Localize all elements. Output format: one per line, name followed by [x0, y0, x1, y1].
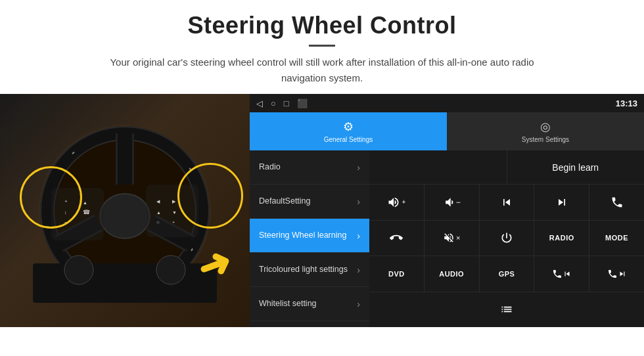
menu-item-radio[interactable]: Radio › [250, 150, 369, 185]
menu-radio-label: Radio [259, 162, 357, 172]
phone-answer-button[interactable] [589, 185, 644, 220]
highlight-circle-right [177, 163, 243, 229]
svg-rect-11 [33, 263, 217, 303]
gps-button[interactable]: GPS [480, 256, 535, 292]
mute-x: × [456, 234, 460, 242]
dvd-button[interactable]: DVD [369, 256, 425, 292]
begin-learn-row: Begin learn [369, 150, 644, 185]
controls-row-2: × RADIO MODE [369, 221, 644, 257]
volume-down-icon [443, 196, 456, 209]
gps-label: GPS [499, 270, 515, 278]
tab-general-label: General Settings [324, 136, 373, 143]
general-settings-icon: ⚙ [343, 120, 354, 134]
chevron-icon: › [357, 162, 360, 173]
menu-item-whitelist[interactable]: Whitelist setting › [250, 287, 369, 321]
vol-down-minus: − [456, 198, 461, 207]
subtitle: Your original car's steering wheel contr… [99, 55, 545, 86]
prev-track-icon [500, 196, 513, 209]
status-bar: ◁ ○ □ ⬛ 13:13 [250, 94, 644, 112]
svg-text:▲: ▲ [83, 200, 87, 205]
begin-learn-button[interactable]: Begin learn [507, 150, 645, 184]
recents-icon[interactable]: □ [284, 99, 289, 108]
controls-grid: + − [369, 185, 644, 327]
back-icon[interactable]: ◁ [256, 99, 263, 108]
phone-icon [610, 196, 624, 209]
controls-row-3: DVD AUDIO GPS [369, 256, 644, 292]
dvd-label: DVD [388, 270, 405, 278]
controls-row-4 [369, 292, 644, 328]
phone-next-button[interactable] [589, 256, 644, 292]
volume-up-button[interactable]: + [369, 185, 425, 220]
audio-button[interactable]: AUDIO [425, 256, 480, 292]
power-button[interactable] [480, 221, 535, 256]
system-settings-icon: ◎ [540, 120, 551, 134]
mute-button[interactable]: × [425, 221, 480, 256]
radio-button[interactable]: RADIO [534, 221, 589, 256]
power-icon [500, 231, 513, 244]
svg-point-12 [64, 256, 93, 284]
android-panel: ◁ ○ □ ⬛ 13:13 ⚙ General Settings ◎ Syste… [250, 94, 644, 327]
status-left: ◁ ○ □ ⬛ [256, 99, 308, 108]
menu-whitelist-label: Whitelist setting [259, 298, 357, 309]
left-menu: Radio › DefaultSetting › Steering Wheel … [250, 150, 369, 327]
mute-icon [443, 232, 455, 244]
svg-point-13 [156, 256, 185, 284]
content-area: + ↕ − ▲ ☎ ◀ ▲ ○ ▶ ▼ + ➜ ◁ ○ □ ⬛ [0, 94, 644, 327]
phone-icon-small-left [552, 269, 563, 279]
tab-system[interactable]: ◎ System Settings [447, 112, 644, 150]
chevron-icon: › [357, 265, 360, 275]
hang-up-icon [390, 231, 403, 244]
chevron-icon: › [357, 299, 360, 309]
svg-point-10 [100, 194, 150, 238]
title-divider [309, 45, 335, 47]
menu-tricoloured-label: Tricoloured light settings [259, 264, 357, 275]
volume-up-icon [387, 196, 400, 209]
volume-down-button[interactable]: − [425, 185, 480, 220]
status-time: 13:13 [616, 99, 637, 108]
right-controls: Begin learn + [369, 150, 644, 327]
menu-item-steering[interactable]: Steering Wheel learning › [250, 219, 369, 253]
tab-general[interactable]: ⚙ General Settings [250, 112, 447, 150]
controls-row-1: + − [369, 185, 644, 221]
mode-label: MODE [605, 234, 628, 242]
next-small-icon [618, 269, 627, 278]
svg-text:▲: ▲ [156, 210, 161, 215]
mode-button[interactable]: MODE [589, 221, 644, 256]
menu-icon[interactable]: ⬛ [297, 99, 308, 108]
highlight-circle-left [20, 166, 82, 229]
menu-controls: Radio › DefaultSetting › Steering Wheel … [250, 150, 644, 327]
tab-system-label: System Settings [522, 136, 569, 143]
audio-label: AUDIO [439, 270, 464, 278]
tab-bar: ⚙ General Settings ◎ System Settings [250, 112, 644, 150]
phone-icon-small-right [607, 269, 618, 279]
steering-wheel-panel: + ↕ − ▲ ☎ ◀ ▲ ○ ▶ ▼ + ➜ [0, 94, 250, 327]
list-button[interactable] [369, 292, 644, 328]
prev-small-icon [563, 269, 572, 278]
radio-label: RADIO [549, 234, 574, 242]
hang-up-button[interactable] [369, 221, 425, 256]
top-section: Steering Wheel Control Your original car… [0, 0, 644, 94]
next-track-icon [555, 196, 568, 209]
next-track-button[interactable] [534, 185, 589, 220]
list-icon [500, 303, 513, 316]
svg-text:☎: ☎ [83, 209, 90, 215]
vol-up-plus: + [402, 198, 405, 206]
chevron-icon: › [357, 196, 360, 207]
chevron-icon: › [357, 231, 360, 241]
menu-item-default[interactable]: DefaultSetting › [250, 185, 369, 219]
phone-prev-button[interactable] [534, 256, 589, 292]
menu-default-label: DefaultSetting [259, 196, 357, 206]
home-icon[interactable]: ○ [271, 99, 276, 108]
page-title: Steering Wheel Control [26, 12, 618, 39]
svg-text:▼: ▼ [172, 210, 177, 215]
svg-text:○: ○ [156, 219, 160, 225]
menu-item-tricoloured[interactable]: Tricoloured light settings › [250, 253, 369, 287]
svg-text:+: + [172, 220, 175, 225]
menu-steering-label: Steering Wheel learning [259, 230, 357, 240]
blank-cell [369, 150, 507, 184]
prev-track-button[interactable] [480, 185, 535, 220]
